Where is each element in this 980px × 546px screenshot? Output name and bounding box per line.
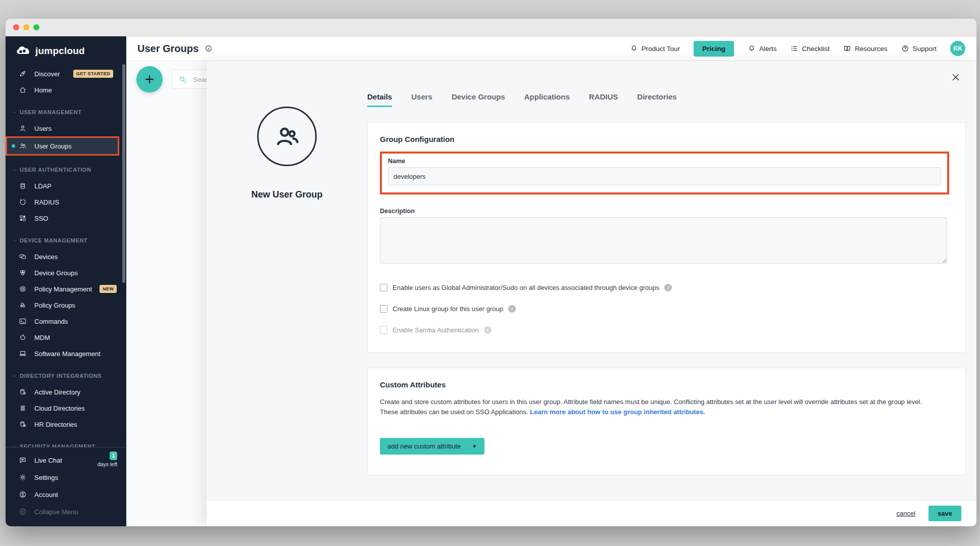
sidebar-item-discover[interactable]: Discover GET STARTED [6,66,126,82]
question-icon [901,44,909,53]
sidebar-item-label: HR Directories [34,421,77,428]
user-group-icon [19,142,27,150]
linux-group-checkbox[interactable] [380,305,387,313]
checkbox-row-linux-group: Create Linux group for this user group i [380,305,953,313]
checkbox-label: Enable users as Global Administrator/Sud… [393,284,659,291]
jumpcloud-logo-icon [16,46,31,56]
close-window-button[interactable] [13,24,19,30]
sidebar-item-label: Users [34,125,52,132]
book-icon [843,44,851,53]
zoom-window-button[interactable] [33,24,39,30]
cancel-button[interactable]: cancel [897,510,916,517]
hr-directories-icon [19,420,27,428]
sso-grid-icon [19,214,27,222]
resources-label: Resources [855,45,888,53]
add-custom-attribute-button[interactable]: add new custom attribute ▼ [380,438,484,455]
sidebar-item-software-management[interactable]: Software Management [6,345,126,362]
sidebar-item-mdm[interactable]: MDM [6,329,126,345]
checkbox-label: Enable Samba Authentication [393,326,479,334]
product-tour-button[interactable]: Product Tour [630,44,680,53]
trial-days-caption: days left [97,462,117,467]
group-description-textarea[interactable] [380,217,947,264]
sidebar-item-user-groups[interactable]: User Groups [6,136,119,156]
checklist-label: Checklist [802,45,829,53]
pricing-button[interactable]: Pricing [694,41,734,57]
plus-icon [143,73,156,85]
section-header-label: USER MANAGEMENT [20,109,82,115]
sidebar-item-account[interactable]: Account [6,486,126,503]
sidebar-item-label: LDAP [34,182,52,190]
sidebar-item-label: Cloud Directories [34,405,85,412]
sidebar-item-cloud-directories[interactable]: Cloud Directories [6,400,126,416]
tab-directories[interactable]: Directories [637,92,676,107]
avatar[interactable]: KK [950,41,965,56]
sidebar-item-sso[interactable]: SSO [6,210,126,226]
info-icon[interactable]: i [664,284,672,291]
tab-details[interactable]: Details [367,92,392,107]
sidebar-item-users[interactable]: Users [6,120,126,136]
global-admin-checkbox[interactable] [380,284,387,291]
add-user-group-button[interactable] [136,66,163,92]
sidebar-item-ldap[interactable]: LDAP [6,178,126,194]
save-button[interactable]: save [928,506,961,521]
close-panel-button[interactable] [949,71,962,84]
sidebar-item-label: RADIUS [34,198,59,206]
checkbox-label: Create Linux group for this user group [393,305,503,313]
section-header-security-management[interactable]: SECURITY MANAGEMENT [6,438,126,447]
checklist-button[interactable]: Checklist [790,44,829,53]
tab-device-groups[interactable]: Device Groups [452,92,505,107]
sidebar-item-hr-directories[interactable]: HR Directories [6,416,126,432]
sidebar-footer: Live Chat 1 days left Settings Account [6,447,126,526]
account-icon [19,490,27,499]
sidebar-item-label: Device Groups [34,269,78,277]
sidebar-item-live-chat[interactable]: Live Chat 1 days left [6,452,126,469]
sidebar-item-devices[interactable]: Devices [6,249,126,265]
section-header-user-authentication[interactable]: USER AUTHENTICATION [6,162,126,178]
checkbox-row-samba: Enable Samba Authentication i [380,326,953,334]
active-dot [12,144,15,148]
alerts-button[interactable]: Alerts [748,44,777,53]
info-icon[interactable]: i [484,326,492,334]
panel-footer: cancel save [207,500,976,526]
description-label: Description [380,208,947,215]
section-header-device-management[interactable]: DEVICE MANAGEMENT [6,232,126,249]
sidebar-item-home[interactable]: Home [6,82,126,98]
resources-button[interactable]: Resources [843,44,888,53]
sidebar-item-label: Collapse Menu [34,508,78,516]
sidebar-item-active-directory[interactable]: Active Directory [6,384,126,400]
sidebar-scrollbar[interactable] [122,64,125,283]
sidebar-item-radius[interactable]: RADIUS [6,194,126,210]
sidebar-item-label: Live Chat [34,457,62,464]
learn-more-link[interactable]: Learn more about how to use group inheri… [530,408,705,416]
checkbox-row-global-admin: Enable users as Global Administrator/Sud… [380,284,953,291]
info-icon[interactable] [205,44,213,53]
logo-text: jumpcloud [35,45,85,57]
caret-down-icon: ▼ [472,443,477,449]
group-name-input[interactable] [388,167,941,185]
minimize-window-button[interactable] [23,24,29,30]
tab-radius[interactable]: RADIUS [589,92,618,107]
sidebar-item-settings[interactable]: Settings [6,469,126,486]
info-icon[interactable]: i [508,305,516,313]
tab-users[interactable]: Users [411,92,432,107]
page-title: User Groups [137,43,199,55]
sidebar-item-collapse-menu[interactable]: Collapse Menu [6,503,126,520]
close-icon [950,72,961,83]
panel-identity: New User Group [207,61,367,500]
sidebar-item-label: Software Management [34,350,101,358]
support-button[interactable]: Support [901,44,937,53]
section-header-user-management[interactable]: USER MANAGEMENT [6,104,126,120]
add-custom-attribute-label: add new custom attribute [387,442,461,450]
sidebar-item-label: SSO [34,215,48,222]
sidebar-item-policy-management[interactable]: Policy Management NEW [6,281,126,297]
sidebar-item-label: Policy Management [34,285,92,293]
section-header-directory-integrations[interactable]: DIRECTORY INTEGRATIONS [6,368,126,384]
sidebar-item-commands[interactable]: Commands [6,313,126,329]
chat-bubble-icon [19,456,27,464]
tab-applications[interactable]: Applications [524,92,570,107]
section-header-label: SECURITY MANAGEMENT [20,443,95,447]
samba-auth-checkbox[interactable] [380,326,387,334]
sidebar-item-policy-groups[interactable]: Policy Groups [6,297,126,313]
section-header-label: USER AUTHENTICATION [20,167,91,173]
sidebar-item-device-groups[interactable]: Device Groups [6,265,126,281]
